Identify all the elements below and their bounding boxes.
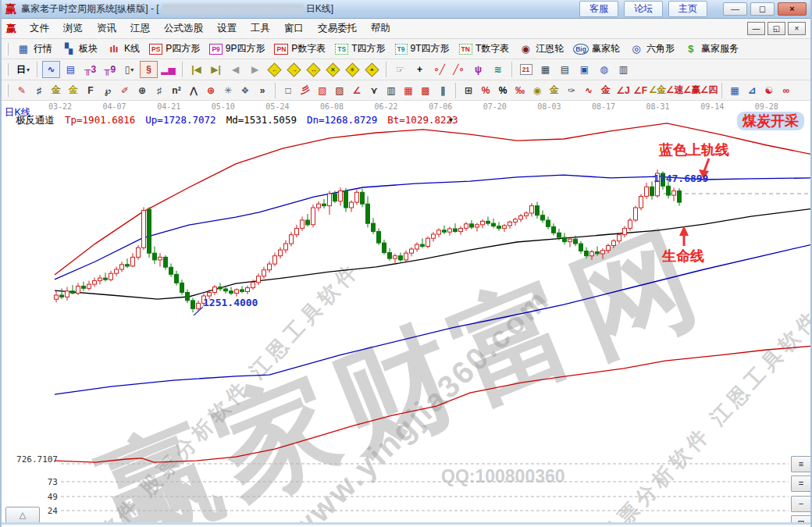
menu-window[interactable]: 窗口: [277, 20, 311, 37]
tool-price-table[interactable]: ⊞: [460, 82, 477, 99]
tool-angle-tool[interactable]: ∠: [348, 82, 365, 99]
tool-grid-highlight[interactable]: ▦: [726, 82, 743, 99]
tool-pen-measure[interactable]: ✑: [563, 82, 580, 99]
tool-hand-tool[interactable]: ☞: [391, 61, 409, 78]
tool-chart-mini[interactable]: ⊿: [743, 82, 760, 99]
menu-browse[interactable]: 浏览: [56, 20, 90, 37]
tool-gold-section-2[interactable]: 金: [65, 82, 82, 99]
tool-pct-retrace[interactable]: %: [477, 82, 494, 99]
tool-next-bar[interactable]: ▶: [246, 61, 264, 78]
tool-wave-v[interactable]: ⋎: [365, 82, 383, 99]
tool-cycle-circle[interactable]: ⊕: [134, 82, 151, 99]
tool-web-star[interactable]: ✳: [219, 82, 237, 99]
tool-bars-3[interactable]: ╥3: [81, 61, 99, 78]
tool-fork-tool[interactable]: ψ: [469, 61, 487, 78]
tool-zoom-in-x[interactable]: +: [363, 61, 381, 78]
tool-parallel-lines[interactable]: ∥: [434, 82, 451, 99]
tool-target-cross[interactable]: ⊕: [202, 82, 219, 99]
tool-fan-box-filled[interactable]: ▨: [331, 82, 348, 99]
tool-grid-bars[interactable]: ▥: [383, 82, 400, 99]
tool-segment-tool[interactable]: ╱∘: [450, 61, 468, 78]
tool-pct-line[interactable]: ‰: [511, 82, 529, 99]
tool-grid-red[interactable]: ▦: [400, 82, 417, 99]
tool-crosshair-tool[interactable]: +: [411, 61, 429, 78]
mdi-restore-button[interactable]: ◱: [767, 22, 785, 35]
tool-hexagon[interactable]: ◎六角形: [626, 41, 681, 57]
restore-button[interactable]: ◻: [750, 2, 775, 16]
tool-web-grid[interactable]: ❖: [237, 82, 254, 99]
tool-volume-histogram[interactable]: ▂▅: [159, 61, 177, 78]
tool-candle-style-dropdown[interactable]: ▯▾: [120, 61, 138, 78]
menu-formula-picker[interactable]: 公式选股: [157, 20, 210, 37]
tool-9p-square[interactable]: P99P四方形: [206, 41, 271, 57]
tool-notes[interactable]: ▤: [556, 61, 574, 78]
tool-t-square[interactable]: TST四方形: [332, 41, 391, 57]
tool-rect-tool[interactable]: □: [280, 82, 297, 99]
menu-file[interactable]: 文件: [23, 20, 56, 37]
tool-expand-horizontal[interactable]: ↔: [304, 61, 322, 78]
tool-pen-angle[interactable]: ✐: [116, 82, 134, 99]
tool-gold-red[interactable]: 金: [597, 82, 614, 99]
tool-jump-right[interactable]: →: [285, 61, 303, 78]
tool-p-square[interactable]: PSP四方形: [146, 41, 206, 57]
tool-grid-bars-red[interactable]: ▩: [417, 82, 434, 99]
tool-yinyang[interactable]: ☯: [760, 82, 778, 99]
tool-draw-pen[interactable]: ✎: [13, 82, 30, 99]
tool-gold-circle[interactable]: ◉: [529, 82, 546, 99]
tool-t-number-table[interactable]: TNT数字表: [456, 41, 516, 57]
tool-angle-j[interactable]: ∠J: [614, 82, 632, 99]
tool-gann-grid[interactable]: ♯: [30, 82, 48, 99]
toolbar-grip[interactable]: [6, 84, 9, 97]
tool-angle-gold[interactable]: ∠金: [649, 82, 666, 99]
tool-n-square[interactable]: n²: [168, 82, 185, 99]
tool-info-panel[interactable]: ▤: [62, 61, 80, 78]
tool-web-export[interactable]: ◍: [595, 61, 613, 78]
tool-angle-f[interactable]: ∠F: [632, 82, 649, 99]
mdi-minimize-button[interactable]: —: [747, 22, 765, 35]
panes-two-button[interactable]: =: [791, 475, 810, 492]
tool-more-tools[interactable]: »: [254, 82, 271, 99]
tool-print[interactable]: ▥: [614, 61, 632, 78]
tool-kline[interactable]: ılıK线: [104, 41, 146, 57]
tool-last-bar[interactable]: ▶|: [207, 61, 225, 78]
tool-angle-speed[interactable]: ∠速: [666, 82, 683, 99]
tool-winner-wheel[interactable]: Big赢家轮: [570, 41, 626, 57]
tool-angle-four[interactable]: ∠四: [700, 82, 718, 99]
tool-zigzag-tool[interactable]: ∿: [42, 61, 60, 78]
tool-calendar-21[interactable]: 21: [517, 61, 535, 78]
menu-gann[interactable]: 江恩: [123, 20, 157, 37]
tool-calculator[interactable]: ▦: [536, 61, 554, 78]
tool-gold-section[interactable]: 金: [48, 82, 65, 99]
toolbar-grip[interactable]: [6, 43, 9, 55]
tool-first-bar[interactable]: |◀: [187, 61, 205, 78]
tool-pattern-tool[interactable]: §: [140, 61, 158, 78]
tool-star-center[interactable]: ✳: [344, 61, 361, 78]
tool-wave-a[interactable]: ∿: [580, 82, 597, 99]
tool-period-day-dropdown[interactable]: 日▾: [14, 61, 32, 78]
support-button[interactable]: 客服: [579, 1, 618, 17]
menu-trade-entrust[interactable]: 交易委托: [311, 20, 364, 37]
mdi-close-button[interactable]: ×: [788, 22, 806, 35]
panes-one-button[interactable]: −: [791, 496, 810, 512]
tool-wave-tool[interactable]: ≋: [489, 61, 507, 78]
tool-p-number-table[interactable]: PNP数字表: [271, 41, 332, 57]
pane-expand-button[interactable]: △: [5, 507, 40, 523]
forum-button[interactable]: 论坛: [624, 1, 663, 17]
toolbar-grip[interactable]: [6, 63, 9, 76]
tool-spiral[interactable]: ℘: [99, 82, 116, 99]
chart-area[interactable]: 赢家财富网 赢家江恩软件 股票分析软件 江恩工具软件 赢家江恩软件 股票分析软件…: [2, 101, 810, 525]
tool-fibonacci-grid[interactable]: F: [82, 82, 99, 99]
panes-add-button[interactable]: ⊞: [791, 515, 810, 525]
tool-fan-box[interactable]: ▧: [314, 82, 331, 99]
tool-angle-win[interactable]: ∠赢: [683, 82, 700, 99]
tool-winner-service[interactable]: $赢家服务: [681, 41, 745, 57]
chart-canvas[interactable]: [2, 101, 810, 525]
tool-infinity[interactable]: ∞: [778, 82, 795, 99]
tool-9t-square[interactable]: T99T四方形: [392, 41, 456, 57]
tool-gold-line[interactable]: 金: [546, 82, 563, 99]
tool-grid-lines[interactable]: ♯: [151, 82, 168, 99]
menu-help[interactable]: 帮助: [364, 20, 397, 37]
menu-settings[interactable]: 设置: [210, 20, 244, 37]
panes-three-button[interactable]: ≡: [791, 456, 810, 472]
tool-save[interactable]: ▣: [575, 61, 593, 78]
